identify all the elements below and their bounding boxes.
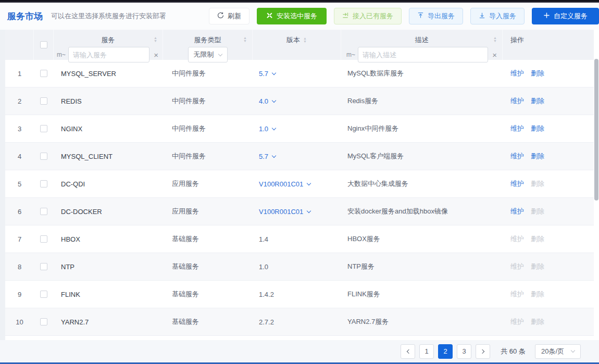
chevron-right-icon [480,349,484,353]
refresh-label: 刷新 [228,11,241,21]
service-desc: 安装docker服务and加载hbox镜像 [341,207,503,216]
checkbox-column-header [34,30,54,60]
table-row: 6 DC-DOCKER 应用服务 V100R001C01 安装docker服务a… [5,198,594,225]
chevron-down-icon [272,70,276,74]
page-button-1[interactable]: 1 [419,344,434,359]
index-column-header [5,30,34,60]
install-selected-button[interactable]: 安装选中服务 [257,8,327,24]
row-checkbox[interactable] [40,125,47,132]
clear-service-filter-icon[interactable]: × [154,51,158,59]
table-row: 5 DC-QDI 应用服务 V100R001C01 大数据中心集成服务 维护 删… [5,170,594,198]
row-index: 4 [5,153,34,160]
version-select[interactable]: 5.7 [259,70,276,78]
row-checkbox[interactable] [40,97,47,105]
service-type: 基础服务 [163,234,253,244]
refresh-button[interactable]: 刷新 [209,8,249,24]
row-checkbox[interactable] [40,263,47,270]
page-size-value: 20条/页 [541,347,564,356]
page-button-3[interactable]: 3 [457,344,471,359]
service-type: 中间件服务 [163,124,253,133]
maintain-link[interactable]: 维护 [510,207,524,216]
table-body: 1 MYSQL_SERVER 中间件服务 5.7 MySQL数据库服务 维护 删… [5,60,594,336]
version-select[interactable]: V100R001C01 [259,208,310,216]
delete-link[interactable]: 删除 [531,152,544,161]
service-filter-input[interactable] [68,47,149,62]
custom-service-button[interactable]: 自定义服务 [532,8,599,24]
table-row: 7 HBOX 基础服务 1.4 HBOX服务 维护 删除 [5,225,594,253]
row-checkbox[interactable] [40,153,47,160]
table-row: 1 MYSQL_SERVER 中间件服务 5.7 MySQL数据库服务 维护 删… [5,60,594,87]
service-name: YARN2.7 [54,318,163,326]
prev-page-button[interactable] [401,344,415,359]
row-checkbox[interactable] [40,180,47,187]
maintain-link: 维护 [510,317,524,327]
version-text: 1.4.2 [259,291,274,298]
import-button[interactable]: 导入服务 [470,8,525,24]
export-label: 导出服务 [428,11,455,21]
export-button[interactable]: 导出服务 [409,8,463,24]
service-desc: MySQL数据库服务 [341,69,503,78]
type-column-label: 服务类型 [194,35,221,45]
pagination-bar: 123 共 60 条 20条/页 [0,340,599,362]
select-all-checkbox[interactable] [40,41,47,48]
version-select[interactable]: 1.0 [259,125,276,133]
connect-existing-button[interactable]: 接入已有服务 [334,8,402,24]
row-checkbox[interactable] [40,318,47,325]
vertical-scrollbar[interactable] [594,30,599,340]
service-type: 应用服务 [163,207,253,216]
sort-icon[interactable]: ▲▼ [493,36,497,43]
service-name: MYSQL_CLIENT [54,153,163,160]
delete-link[interactable]: 删除 [531,96,544,106]
desc-column-header: 描述 ▲▼ m~ × [341,30,503,60]
sort-icon[interactable]: ▲▼ [303,37,307,43]
row-checkbox[interactable] [40,70,47,77]
clear-desc-filter-icon[interactable]: × [492,51,497,59]
table-row: 9 FLINK 基础服务 1.4.2 FLINK服务 维护 删除 [5,281,594,308]
maintain-link: 维护 [510,262,524,271]
delete-link[interactable]: 删除 [531,69,544,78]
page-button-2[interactable]: 2 [438,344,453,359]
sort-icon[interactable]: ▲▼ [154,36,157,43]
page-subtitle: 可以在这里选择系统服务进行安装部署 [51,11,166,21]
version-select[interactable]: V100R001C01 [259,180,310,188]
service-name: NTP [54,263,163,271]
version-select[interactable]: 5.7 [259,153,276,160]
maintain-link[interactable]: 维护 [510,96,524,106]
total-count-label: 共 60 条 [501,347,526,356]
row-checkbox[interactable] [40,208,47,215]
table-header: 服务 ▲▼ m~ × 服务类型 ▲▼ 无限制 版本 [5,30,594,60]
connect-existing-label: 接入已有服务 [353,11,393,21]
maintain-link[interactable]: 维护 [510,124,524,133]
page-buttons: 123 [419,344,471,359]
maintain-link[interactable]: 维护 [510,152,524,161]
match-mode-label: m~ [346,51,355,58]
match-mode-label: m~ [57,51,66,58]
delete-link: 删除 [531,317,544,327]
maintain-link[interactable]: 维护 [510,69,524,78]
service-desc: YARN2.7服务 [341,317,503,327]
type-filter-select[interactable]: 无限制 [188,47,228,62]
service-desc: FLINK服务 [341,290,503,299]
chevron-down-icon [307,181,311,185]
maintain-link[interactable]: 维护 [510,179,524,189]
row-index: 6 [5,208,34,216]
sort-icon[interactable]: ▲▼ [243,36,247,43]
table-row: 8 NTP 基础服务 1.0 NTP服务 维护 删除 [5,253,594,281]
row-index: 8 [5,263,34,271]
service-name: NGINX [54,125,163,133]
service-name: MYSQL_SERVER [54,70,163,78]
next-page-button[interactable] [476,344,490,359]
service-name: DC-DOCKER [54,208,163,216]
services-table: 服务 ▲▼ m~ × 服务类型 ▲▼ 无限制 版本 [5,30,594,340]
version-select[interactable]: 4.0 [259,97,276,105]
row-checkbox[interactable] [40,291,47,298]
refresh-icon [217,12,224,20]
page-size-select[interactable]: 20条/页 [535,344,581,359]
row-checkbox[interactable] [40,235,47,243]
delete-link[interactable]: 删除 [531,124,544,133]
desc-filter-input[interactable] [358,47,488,62]
page-header: 服务市场 可以在这里选择系统服务进行安装部署 刷新 安装选中服务 接入已有服务 … [0,3,599,30]
vertical-scrollbar-thumb[interactable] [594,59,598,200]
service-desc: Nginx中间件服务 [341,124,503,133]
version-column-header: 版本 ▲▼ [253,30,341,60]
